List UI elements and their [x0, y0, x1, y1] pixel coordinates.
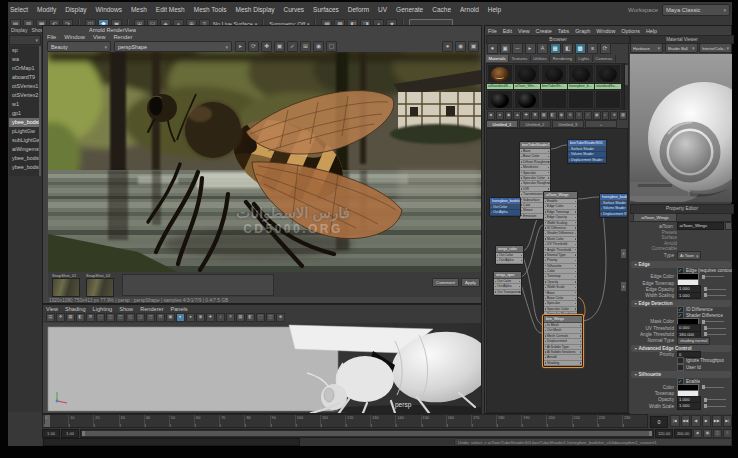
outliner-item[interactable]: aboardT9: [9, 73, 39, 82]
shader-ball-preview[interactable]: [630, 54, 732, 202]
menu-item[interactable]: Display: [65, 6, 86, 13]
aov-dropdown[interactable]: Beauty ▾: [47, 41, 111, 52]
outliner-item[interactable]: ybee_bodskin_v0w: [9, 118, 39, 127]
playback-button[interactable]: ◀◀: [681, 415, 691, 427]
environment-dropdown[interactable]: Interior/Colo... ▾: [699, 43, 732, 53]
playback-button[interactable]: ▶▶: [712, 415, 722, 427]
viewport-tool-icon[interactable]: ◱: [126, 313, 135, 322]
property-row[interactable]: User Id User Id: [630, 364, 732, 370]
viewport-tool-icon[interactable]: ◳: [146, 313, 155, 322]
browser-tool-icon[interactable]: ─: [512, 43, 523, 54]
playback-button[interactable]: ▶|: [723, 415, 733, 427]
node-attribute-row[interactable]: Displacement Shader: [600, 212, 628, 217]
viewport-tool-icon[interactable]: ◫: [266, 313, 275, 322]
browser-tool-icon[interactable]: ⟳: [600, 43, 611, 54]
menu-item[interactable]: Edit Mesh: [156, 6, 185, 13]
outliner-item[interactable]: pLightGw: [9, 127, 39, 136]
focus-button[interactable]: [725, 222, 732, 230]
browser-tab[interactable]: Lights: [576, 55, 593, 62]
outliner-item[interactable]: otSVertex2: [9, 91, 39, 100]
graph-tab[interactable]: +: [585, 120, 617, 128]
menu-item[interactable]: Deform: [348, 6, 369, 13]
browser-tool-icon[interactable]: ◧: [562, 43, 573, 54]
value-field[interactable]: 1.000: [677, 402, 701, 410]
viewport-tool-icon[interactable]: ▤: [46, 313, 55, 322]
outliner-item[interactable]: gp1: [9, 109, 39, 118]
menu-item[interactable]: Select: [10, 6, 28, 13]
command-input[interactable]: [43, 438, 300, 446]
geometry-dropdown[interactable]: Shader Ball ▾: [665, 43, 698, 53]
viewport-tool-icon[interactable]: ◐: [176, 313, 185, 322]
viewport-tool-icon[interactable]: ◫: [106, 313, 115, 322]
outliner-item[interactable]: ybee_bodskin_v0w2: [9, 154, 39, 163]
slider[interactable]: [704, 334, 726, 335]
material-swatch[interactable]: aiStandardS...: [487, 64, 513, 89]
browser-tool-icon[interactable]: ▩: [575, 43, 586, 54]
snapshot-thumbnail[interactable]: [86, 278, 114, 297]
renderview-tool-icon[interactable]: ▸: [235, 41, 246, 52]
hypershade-menu-item[interactable]: View: [518, 28, 530, 35]
node-attribute-row[interactable]: Out Alpha: [496, 258, 523, 263]
hypershade-menu-item[interactable]: Graph: [575, 28, 590, 35]
slider[interactable]: [704, 399, 726, 400]
hypershade-menu-item[interactable]: Window: [596, 28, 615, 35]
slider[interactable]: [704, 295, 726, 296]
hypershade-menu-item[interactable]: Create: [536, 28, 552, 35]
node-attribute-row[interactable]: Shading: [544, 361, 582, 366]
material-swatch[interactable]: honeybee_b...: [568, 64, 594, 89]
renderview-tool-icon[interactable]: ✚: [261, 41, 272, 52]
slider[interactable]: [702, 321, 724, 322]
playback-button[interactable]: ▶: [702, 415, 712, 427]
browser-tool-icon[interactable]: ●: [487, 43, 498, 54]
material-swatch[interactable]: [568, 90, 594, 109]
viewport-tool-icon[interactable]: ◰: [116, 313, 125, 322]
playback-start-field[interactable]: 1.00: [42, 429, 60, 438]
range-slider[interactable]: [80, 429, 654, 438]
material-swatch[interactable]: [595, 90, 621, 109]
type-dropdown[interactable]: Ai Toon ▾: [677, 251, 701, 260]
snapshot-item[interactable]: SnapShot_01: [52, 273, 80, 297]
viewport-tool-icon[interactable]: ✚: [206, 313, 215, 322]
browser-tab[interactable]: Cameras: [593, 55, 616, 62]
apply-button[interactable]: Apply: [461, 278, 480, 287]
menu-item[interactable]: Curves: [284, 6, 305, 13]
outliner-item[interactable]: aiWingemst: [9, 145, 39, 154]
panel-collapse-arrow-icon[interactable]: ›: [621, 282, 626, 291]
viewport-menu-item[interactable]: Shading: [65, 306, 86, 313]
current-time-indicator[interactable]: [45, 415, 50, 427]
renderview-tool-icon[interactable]: ▣: [274, 41, 285, 52]
playback-end-field[interactable]: 120.00: [655, 429, 673, 438]
viewport-view[interactable]: persp: [43, 323, 481, 413]
menu-item[interactable]: Mesh: [131, 6, 147, 13]
material-swatch[interactable]: standardSu...: [595, 64, 621, 89]
checkbox[interactable]: [677, 312, 684, 319]
viewport-tool-icon[interactable]: ▢: [256, 313, 265, 322]
renderview-menu-item[interactable]: File: [47, 34, 56, 41]
menu-item[interactable]: UV: [378, 6, 387, 13]
range-handle[interactable]: [82, 431, 652, 436]
renderview-tool-icon[interactable]: ⟳: [248, 41, 259, 52]
slider[interactable]: [702, 276, 724, 277]
menu-item[interactable]: Mesh Tools: [194, 6, 227, 13]
menu-item[interactable]: Help: [488, 6, 501, 13]
anim-pref-icon[interactable]: ≡: [723, 429, 732, 438]
menu-item[interactable]: Mesh Display: [236, 6, 275, 13]
slider[interactable]: [704, 328, 726, 329]
comment-button[interactable]: Comment: [432, 278, 459, 287]
viewport-tool-icon[interactable]: ⊞: [86, 313, 95, 322]
outliner-item[interactable]: w1: [9, 100, 39, 109]
renderview-display-icon[interactable]: ◉: [455, 41, 466, 52]
comment-input[interactable]: [122, 274, 274, 296]
viewport-tool-icon[interactable]: ⌖: [216, 313, 225, 322]
renderview-display-icon[interactable]: ▣: [468, 41, 479, 52]
slider[interactable]: [704, 406, 726, 407]
viewport-tool-icon[interactable]: ▦: [66, 313, 75, 322]
workspace-dropdown[interactable]: Maya Classic ▾: [662, 4, 730, 16]
anim-pref-icon[interactable]: ◫: [713, 429, 722, 438]
graph-tab[interactable]: Untitled_1: [486, 120, 518, 128]
renderview-tool-icon[interactable]: ⊞: [300, 41, 311, 52]
node-attribute-row[interactable]: Out Alpha: [490, 210, 520, 215]
viewport-tool-icon[interactable]: ◧: [246, 313, 255, 322]
browser-tab[interactable]: Materials: [486, 55, 509, 62]
renderview-menu-item[interactable]: Render: [113, 34, 132, 41]
